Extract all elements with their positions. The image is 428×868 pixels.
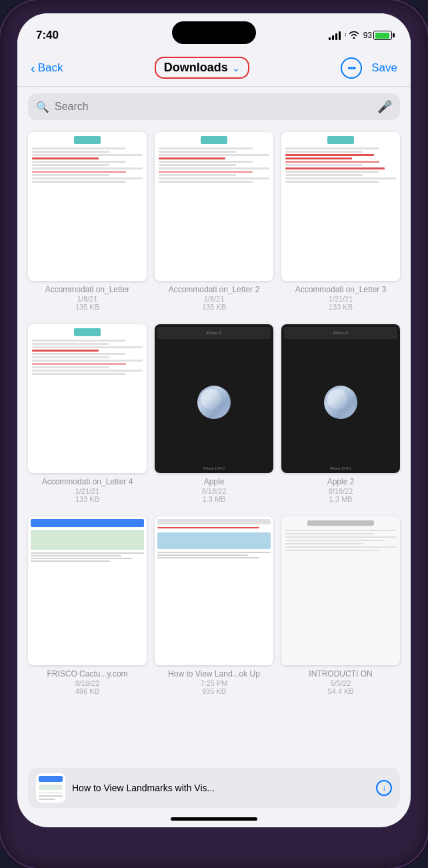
file-date: 1/8/21 [77, 295, 98, 303]
file-name: Accommodati on_Letter 3 [295, 285, 387, 296]
file-date: 1/21/21 [75, 487, 100, 495]
microphone-icon[interactable]: 🎤 [377, 99, 392, 114]
phone-screen: 7:40 ᵎ 93 [17, 13, 411, 827]
status-icons: ᵎ 93 [329, 31, 392, 41]
file-item[interactable]: Accommodati on_Letter1/8/21135 KB [28, 132, 147, 311]
file-name: INTRODUCTI ON [309, 669, 372, 680]
file-size: 1.3 MB [329, 495, 353, 503]
search-icon: 🔍 [36, 101, 49, 113]
file-thumbnail [281, 516, 400, 665]
file-date: 5/5/22 [331, 679, 351, 687]
file-size: 54.4 KB [327, 687, 353, 695]
dynamic-island [172, 21, 256, 44]
more-options-button[interactable]: ••• [341, 57, 362, 79]
navigation-bar: ‹ Back Downloads ⌄ ••• Save [17, 49, 411, 87]
save-button[interactable]: Save [371, 61, 397, 75]
file-size: 133 KB [329, 303, 353, 311]
file-size: 935 KB [202, 687, 226, 695]
toast-title: How to View Landmarks with Vis... [72, 783, 369, 793]
bottom-toast[interactable]: How to View Landmarks with Vis... ↓ [28, 768, 400, 808]
wifi-icon: ᵎ [345, 31, 359, 41]
file-item[interactable]: iPhone 15 iPhone 15 Pro Apple8/18/221.3 … [155, 324, 273, 503]
file-name: Accommodati on_Letter 4 [42, 477, 133, 488]
file-item[interactable]: How to View Land...ok Up7:25 PM935 KB [155, 516, 273, 695]
file-date: 8/18/22 [202, 487, 227, 495]
file-grid: Accommodati on_Letter1/8/21135 KB Accomm… [17, 127, 411, 763]
file-size: 1.3 MB [203, 495, 226, 503]
file-thumbnail: iPhone 15 iPhone 15 Pro [155, 324, 273, 473]
search-input[interactable] [55, 101, 372, 113]
file-date: 8/18/22 [75, 679, 100, 687]
file-item[interactable]: Accommodati on_Letter 21/8/21135 KB [155, 132, 273, 311]
file-name: Accommodati on_Letter [45, 285, 130, 296]
file-thumbnail [155, 516, 273, 665]
home-indicator [171, 817, 257, 821]
file-date: 1/21/21 [329, 295, 353, 303]
file-size: 135 KB [202, 303, 226, 311]
nav-chevron-icon: ⌄ [232, 63, 240, 73]
file-size: 496 KB [75, 687, 99, 695]
file-item[interactable]: Accommodati on_Letter 41/21/21133 KB [28, 324, 147, 503]
file-thumbnail [28, 132, 147, 281]
file-size: 135 KB [75, 303, 99, 311]
nav-title: Downloads [164, 61, 228, 75]
file-size: 133 KB [75, 495, 99, 503]
signal-bars-icon [329, 31, 341, 40]
file-thumbnail [155, 132, 273, 281]
file-name: Apple [204, 477, 225, 488]
file-item[interactable]: Accommodati on_Letter 31/21/21133 KB [281, 132, 400, 311]
toast-action-icon: ↓ [382, 783, 386, 793]
back-chevron-icon: ‹ [31, 61, 35, 75]
file-thumbnail [28, 516, 147, 665]
file-item[interactable]: iPhone 15 iPhone 15 Pro Apple 28/18/221.… [281, 324, 400, 503]
file-name: How to View Land...ok Up [168, 669, 260, 680]
nav-actions: ••• Save [341, 57, 397, 79]
nav-title-wrapper[interactable]: Downloads ⌄ [155, 57, 249, 79]
file-name: FRISCO Cactu...y.com [47, 669, 127, 680]
toast-action-button[interactable]: ↓ [376, 780, 392, 796]
search-bar: 🔍 🎤 [28, 93, 400, 120]
file-name: Apple 2 [327, 477, 355, 488]
battery-icon: 93 [363, 31, 392, 40]
file-item[interactable]: FRISCO Cactu...y.com8/18/22496 KB [28, 516, 147, 695]
battery-percent: 93 [363, 31, 372, 40]
toast-thumbnail [36, 773, 65, 803]
status-time: 7:40 [36, 29, 59, 42]
file-thumbnail [281, 132, 400, 281]
file-thumbnail [28, 324, 147, 473]
back-button[interactable]: ‹ Back [31, 61, 63, 75]
back-label[interactable]: Back [38, 61, 63, 75]
file-date: 7:25 PM [201, 679, 228, 687]
file-date: 1/8/21 [204, 295, 225, 303]
file-item[interactable]: INTRODUCTI ON5/5/2254.4 KB [281, 516, 400, 695]
file-date: 8/18/22 [329, 487, 353, 495]
more-dots-icon: ••• [347, 63, 355, 73]
phone-frame: 7:40 ᵎ 93 [0, 0, 428, 868]
file-name: Accommodati on_Letter 2 [169, 285, 260, 296]
file-thumbnail: iPhone 15 iPhone 15 Pro [281, 324, 400, 473]
